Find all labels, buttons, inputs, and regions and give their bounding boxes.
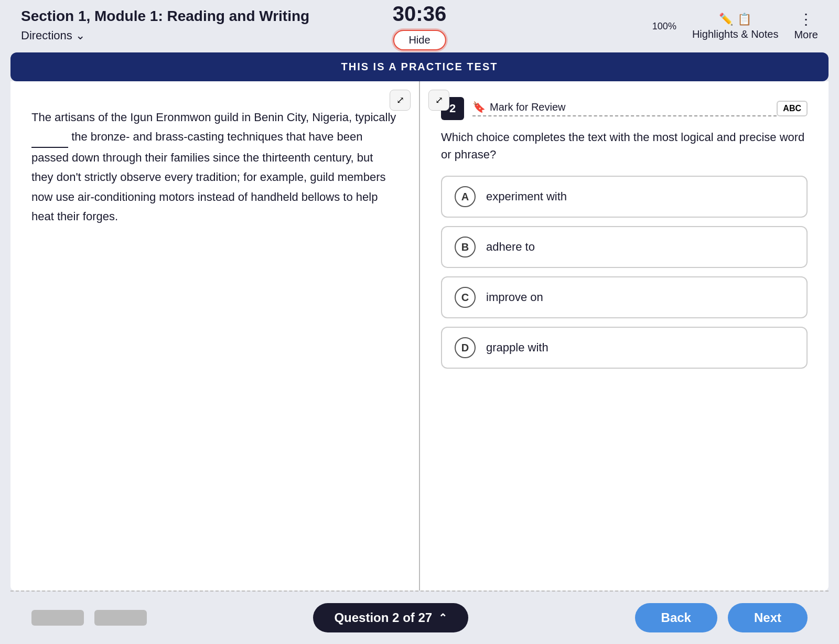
passage-text-after: the bronze- and brass-casting techniques… bbox=[31, 130, 386, 223]
choice-a-text: experiment with bbox=[486, 190, 567, 203]
choice-d[interactable]: D grapple with bbox=[441, 327, 808, 369]
nav-buttons: Back Next bbox=[635, 603, 808, 632]
more-menu-button[interactable]: ⋮ More bbox=[794, 12, 818, 41]
choice-d-letter: D bbox=[455, 337, 476, 358]
question-panel: ⤢ 2 🔖 Mark for Review ABC Which choice c… bbox=[420, 81, 829, 591]
highlights-notes-button[interactable]: ✏️ 📋 Highlights & Notes bbox=[692, 13, 779, 40]
choice-b-text: adhere to bbox=[486, 240, 535, 254]
practice-test-banner: THIS IS A PRACTICE TEST bbox=[10, 52, 829, 81]
passage-text: The artisans of the Igun Eronmwon guild … bbox=[31, 108, 398, 226]
bottom-placeholder-1 bbox=[31, 610, 84, 626]
choice-b-letter: B bbox=[455, 237, 476, 257]
choice-b[interactable]: B adhere to bbox=[441, 226, 808, 268]
pencil-icon: ✏️ bbox=[719, 13, 733, 26]
question-header: 2 🔖 Mark for Review ABC bbox=[441, 97, 808, 120]
battery-indicator: 100% bbox=[652, 21, 676, 32]
chevron-up-icon: ⌃ bbox=[438, 611, 447, 624]
bookmark-icon: 🔖 bbox=[472, 101, 486, 113]
expand-question-button[interactable]: ⤢ bbox=[428, 90, 449, 111]
choice-a[interactable]: A experiment with bbox=[441, 176, 808, 218]
abc-button[interactable]: ABC bbox=[777, 101, 808, 116]
chevron-down-icon: ⌄ bbox=[76, 29, 85, 42]
mark-for-review-button[interactable]: 🔖 Mark for Review bbox=[472, 101, 777, 116]
choice-c[interactable]: C improve on bbox=[441, 276, 808, 318]
timer-display: 30:36 bbox=[393, 2, 446, 26]
top-bar-left: Section 1, Module 1: Reading and Writing… bbox=[21, 8, 309, 45]
question-prompt: Which choice completes the text with the… bbox=[441, 128, 808, 163]
top-bar-center: 30:36 Hide bbox=[393, 2, 446, 50]
back-button[interactable]: Back bbox=[635, 603, 717, 632]
bottom-bar: Question 2 of 27 ⌃ Back Next bbox=[0, 592, 839, 644]
question-counter-label: Question 2 of 27 bbox=[334, 610, 432, 625]
next-button[interactable]: Next bbox=[728, 603, 808, 632]
main-content: ⤢ The artisans of the Igun Eronmwon guil… bbox=[10, 81, 829, 591]
note-icon: 📋 bbox=[737, 13, 751, 26]
section-title: Section 1, Module 1: Reading and Writing bbox=[21, 8, 309, 25]
expand-icon: ⤢ bbox=[396, 94, 404, 106]
passage-text-before: The artisans of the Igun Eronmwon guild … bbox=[31, 111, 396, 124]
passage-panel: ⤢ The artisans of the Igun Eronmwon guil… bbox=[10, 81, 420, 591]
top-bar: Section 1, Module 1: Reading and Writing… bbox=[0, 0, 839, 52]
choice-d-text: grapple with bbox=[486, 341, 548, 355]
top-bar-right: 100% ✏️ 📋 Highlights & Notes ⋮ More bbox=[652, 12, 818, 41]
choice-a-letter: A bbox=[455, 186, 476, 207]
more-dots-icon: ⋮ bbox=[799, 12, 813, 27]
expand-icon-right: ⤢ bbox=[435, 94, 443, 106]
passage-blank bbox=[31, 127, 68, 147]
more-label: More bbox=[794, 29, 818, 41]
hide-button[interactable]: Hide bbox=[393, 30, 446, 50]
directions-label: Directions bbox=[21, 29, 72, 42]
question-counter-button[interactable]: Question 2 of 27 ⌃ bbox=[313, 603, 468, 632]
answer-choices: A experiment with B adhere to C improve … bbox=[441, 176, 808, 369]
highlights-notes-label: Highlights & Notes bbox=[692, 28, 779, 40]
choice-c-letter: C bbox=[455, 287, 476, 308]
directions-button[interactable]: Directions ⌄ bbox=[21, 27, 309, 45]
bottom-placeholder-2 bbox=[94, 610, 147, 626]
expand-passage-button[interactable]: ⤢ bbox=[390, 90, 411, 111]
mark-for-review-label: Mark for Review bbox=[490, 101, 565, 113]
highlights-icons: ✏️ 📋 bbox=[719, 13, 751, 26]
bottom-left-placeholders bbox=[31, 610, 147, 626]
choice-c-text: improve on bbox=[486, 291, 543, 304]
